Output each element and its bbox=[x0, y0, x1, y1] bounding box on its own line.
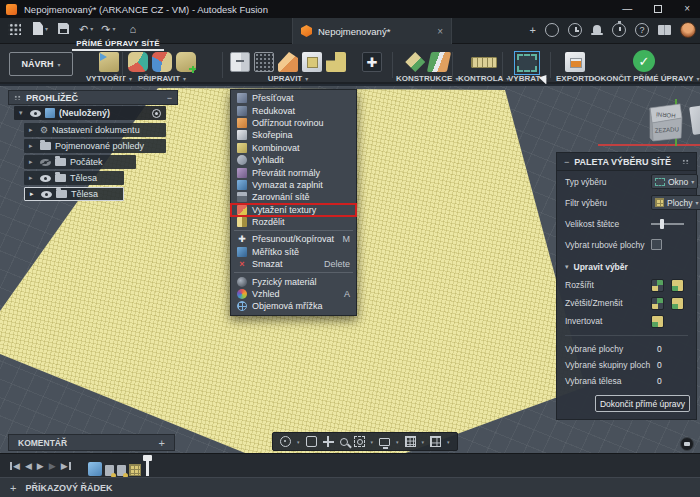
regenerate-facegroups-icon[interactable] bbox=[152, 52, 172, 72]
menu-item-smooth[interactable]: Vyhladit bbox=[231, 154, 356, 166]
add-facegroup-icon[interactable] bbox=[176, 52, 196, 72]
menu-item-delete[interactable]: ×SmazatDelete bbox=[231, 258, 356, 270]
finish-dropdown[interactable]: DOKONČIT PŘÍMÉ ÚPRAVY▾ bbox=[588, 74, 699, 83]
timeline-position-marker[interactable] bbox=[146, 456, 149, 476]
backfaces-checkbox[interactable] bbox=[651, 239, 662, 250]
timeline-play-button[interactable]: ▶ bbox=[37, 461, 44, 471]
menu-item-remesh[interactable]: Přesíťovat bbox=[231, 92, 356, 104]
browser-item-origin[interactable]: ▸ Počátek bbox=[24, 155, 136, 169]
expand-icon[interactable]: ▸ bbox=[30, 190, 37, 198]
menu-item-mesh-scale[interactable]: Měřítko sítě bbox=[231, 246, 356, 258]
offset-plane-icon[interactable] bbox=[427, 52, 451, 72]
brush-size-slider[interactable] bbox=[651, 223, 684, 225]
user-avatar[interactable] bbox=[680, 22, 696, 38]
tab-close-button[interactable]: × bbox=[437, 26, 443, 37]
display-settings-icon[interactable] bbox=[379, 438, 390, 446]
move-tool-icon[interactable]: ✚ bbox=[362, 52, 382, 72]
create-mesh-icon[interactable] bbox=[99, 52, 119, 72]
command-line-bar[interactable]: + PŘÍKAZOVÝ ŘÁDEK bbox=[0, 477, 700, 497]
expand-icon[interactable]: ▸ bbox=[29, 158, 36, 166]
menu-item-appearance[interactable]: VzhledA bbox=[231, 288, 356, 300]
selection-filter-dropdown[interactable]: Plochy▾ bbox=[651, 195, 700, 210]
extensions-button[interactable] bbox=[545, 23, 559, 37]
timeline-item-operation[interactable] bbox=[117, 465, 126, 476]
shell-icon[interactable] bbox=[302, 52, 322, 72]
menu-item-move-copy[interactable]: ✚Přesunout/KopírovatM bbox=[231, 233, 356, 245]
timeline-step-forward-button[interactable]: ▶ bbox=[49, 461, 56, 471]
timeline-item-operation[interactable] bbox=[105, 465, 114, 476]
browser-item-named-views[interactable]: ▸ Pojmenované pohledy bbox=[24, 139, 166, 153]
pan-icon[interactable] bbox=[323, 436, 334, 447]
browser-item-bodies-selected[interactable]: ▸ Tělesa bbox=[24, 187, 124, 201]
timeline-go-end-button[interactable]: ▶ bbox=[61, 461, 71, 471]
combine-icon[interactable] bbox=[326, 52, 346, 72]
visibility-icon[interactable] bbox=[40, 175, 51, 182]
3d-viewport[interactable]: HORNÍ ZEZADU PROHLÍŽEČ − ▾ (Neuložený) ▸… bbox=[0, 84, 700, 453]
palette-header[interactable]: − PALETA VÝBĚRU SÍTĚ bbox=[557, 153, 696, 171]
browser-item-bodies[interactable]: ▸ Tělesa bbox=[24, 171, 124, 185]
menu-item-shell[interactable]: Skořepina bbox=[231, 129, 356, 141]
menu-item-reduce[interactable]: Redukovat bbox=[231, 104, 356, 116]
learning-panel-button[interactable] bbox=[658, 25, 671, 35]
invert-button[interactable] bbox=[651, 315, 664, 328]
construction-plane-icon[interactable] bbox=[405, 52, 425, 72]
visibility-icon[interactable] bbox=[30, 110, 41, 117]
expand-icon[interactable]: ▸ bbox=[29, 174, 36, 182]
job-status-button[interactable] bbox=[612, 23, 626, 37]
fit-icon[interactable] bbox=[354, 436, 365, 447]
expand-icon[interactable]: ▾ bbox=[19, 109, 26, 117]
menu-item-combine[interactable]: Kombinovat bbox=[231, 142, 356, 154]
document-tab[interactable]: Nepojmenovaný* × bbox=[292, 18, 452, 44]
redo-button[interactable]: ↷▾ bbox=[101, 23, 115, 35]
timeline-item-body[interactable] bbox=[88, 462, 102, 476]
menu-item-split[interactable]: Rozdělit bbox=[231, 216, 356, 228]
undo-button[interactable]: ↶▾ bbox=[79, 23, 93, 35]
menu-item-mesh-align[interactable]: Zarovnání sítě bbox=[231, 191, 356, 203]
shrink-button[interactable] bbox=[651, 297, 664, 310]
app-grid-button[interactable] bbox=[8, 22, 21, 35]
timeline-item-mesh[interactable] bbox=[129, 464, 141, 476]
command-expand-button[interactable]: + bbox=[10, 482, 16, 494]
minimize-button[interactable]: — bbox=[622, 4, 632, 14]
remesh-icon[interactable] bbox=[230, 52, 250, 72]
timeline-step-back-button[interactable]: ◀ bbox=[25, 461, 32, 471]
menu-item-flip-normals[interactable]: Převrátit normály bbox=[231, 166, 356, 178]
new-tab-button[interactable]: + bbox=[530, 24, 536, 36]
file-menu-button[interactable]: ▾ bbox=[33, 22, 48, 35]
expand-button[interactable] bbox=[671, 297, 684, 310]
comment-bar[interactable]: KOMENTÁŘ + bbox=[8, 434, 175, 451]
construct-dropdown[interactable]: KONSTRUKCE▾ bbox=[396, 74, 458, 83]
edit-selection-section[interactable]: ▾ Upravit výběr bbox=[557, 258, 696, 276]
browser-item-document-settings[interactable]: ▸ ⚙ Nastavení dokumentu bbox=[24, 123, 166, 137]
menu-item-volume-lattice[interactable]: Objemová mřížka bbox=[231, 300, 356, 312]
menu-item-erase-fill[interactable]: Vymazat a zaplnit bbox=[231, 179, 356, 191]
reduce-icon[interactable] bbox=[254, 52, 274, 72]
finish-direct-edit-button[interactable]: Dokončit přímé úpravy bbox=[595, 395, 690, 412]
expand-icon[interactable]: ▸ bbox=[29, 142, 36, 150]
workspace-selector[interactable]: NÁVRH ▾ bbox=[9, 52, 73, 76]
visibility-off-icon[interactable] bbox=[40, 159, 51, 166]
finish-check-icon[interactable]: ✓ bbox=[633, 50, 655, 72]
export-icon[interactable] bbox=[565, 52, 585, 72]
measure-icon[interactable] bbox=[471, 57, 497, 68]
timeline-go-start-button[interactable]: ◀ bbox=[10, 461, 20, 471]
save-button[interactable] bbox=[58, 23, 69, 34]
add-comment-button[interactable]: + bbox=[159, 437, 165, 449]
visibility-icon[interactable] bbox=[41, 191, 52, 198]
active-component-radio[interactable] bbox=[152, 109, 161, 118]
orbit-icon[interactable] bbox=[280, 436, 291, 447]
menu-item-texture-pull-highlighted[interactable]: Vytažení textury bbox=[231, 204, 356, 216]
history-button[interactable] bbox=[568, 23, 582, 37]
viewports-icon[interactable] bbox=[430, 436, 441, 447]
grow-button[interactable] bbox=[651, 279, 664, 292]
browser-item-root[interactable]: ▾ (Neuložený) bbox=[14, 106, 166, 120]
menu-item-plane-cut[interactable]: Odříznout rovinou bbox=[231, 117, 356, 129]
maximize-button[interactable] bbox=[654, 5, 662, 13]
browser-collapse-button[interactable]: − bbox=[167, 92, 172, 104]
view-cube[interactable]: HORNÍ ZEZADU bbox=[642, 94, 688, 148]
browser-header[interactable]: PROHLÍŽEČ − bbox=[8, 90, 178, 105]
modify-dropdown[interactable]: UPRAVIT▾ bbox=[268, 74, 309, 83]
plane-cut-icon[interactable] bbox=[278, 52, 298, 72]
prepare-dropdown[interactable]: PŘIPRAVIT▾ bbox=[138, 74, 186, 83]
zoom-icon[interactable] bbox=[340, 438, 348, 446]
